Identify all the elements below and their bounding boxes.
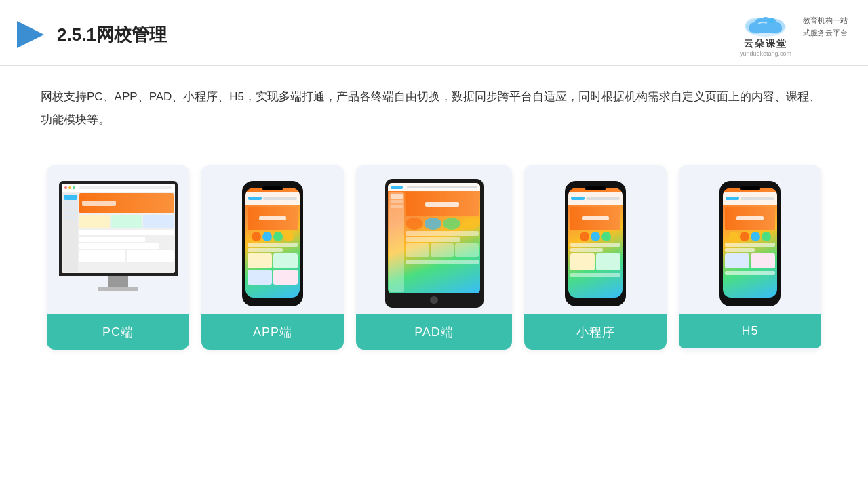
header: 2.5.1网校管理 云朵课堂 yunduoketang.com 教育机构一站 式… xyxy=(0,0,868,66)
card-h5-label: H5 xyxy=(679,314,821,348)
card-app: APP端 xyxy=(201,165,344,350)
cloud-logo-icon xyxy=(741,12,790,38)
logo-slogan: 教育机构一站 式服务云平台 xyxy=(797,15,848,39)
logo-area: 云朵课堂 yunduoketang.com 教育机构一站 式服务云平台 xyxy=(740,12,848,57)
card-pad-image xyxy=(356,165,512,314)
svg-point-4 xyxy=(769,19,773,23)
cards-container: PC端 xyxy=(0,145,868,363)
card-pc-image xyxy=(47,165,189,314)
pc-mockup xyxy=(59,181,178,306)
miniapp-phone-mockup xyxy=(565,181,626,306)
logo-name: 云朵课堂 xyxy=(744,38,787,50)
app-phone-mockup xyxy=(242,181,303,306)
card-miniapp-image xyxy=(524,165,667,314)
card-pad: PAD端 xyxy=(356,165,512,350)
card-app-image xyxy=(201,165,344,314)
logo-url: yunduoketang.com xyxy=(740,50,791,57)
card-pc-label: PC端 xyxy=(47,314,189,350)
svg-marker-0 xyxy=(17,21,44,48)
card-app-label: APP端 xyxy=(201,314,344,350)
card-h5-image xyxy=(679,165,821,314)
logo-icon: 云朵课堂 yunduoketang.com xyxy=(740,12,791,57)
page-title: 2.5.1网校管理 xyxy=(57,23,167,47)
card-h5: H5 xyxy=(679,165,821,350)
header-left: 2.5.1网校管理 xyxy=(14,18,167,52)
play-icon xyxy=(14,18,47,52)
description-text: 网校支持PC、APP、PAD、小程序、H5，实现多端打通，产品各终端自由切换，数… xyxy=(41,90,821,126)
card-miniapp: 小程序 xyxy=(524,165,667,350)
pad-mockup xyxy=(385,179,484,308)
card-pc: PC端 xyxy=(47,165,189,350)
card-pad-label: PAD端 xyxy=(356,314,512,350)
description: 网校支持PC、APP、PAD、小程序、H5，实现多端打通，产品各终端自由切换，数… xyxy=(0,66,868,138)
h5-phone-mockup xyxy=(719,181,781,306)
card-miniapp-label: 小程序 xyxy=(524,314,667,350)
